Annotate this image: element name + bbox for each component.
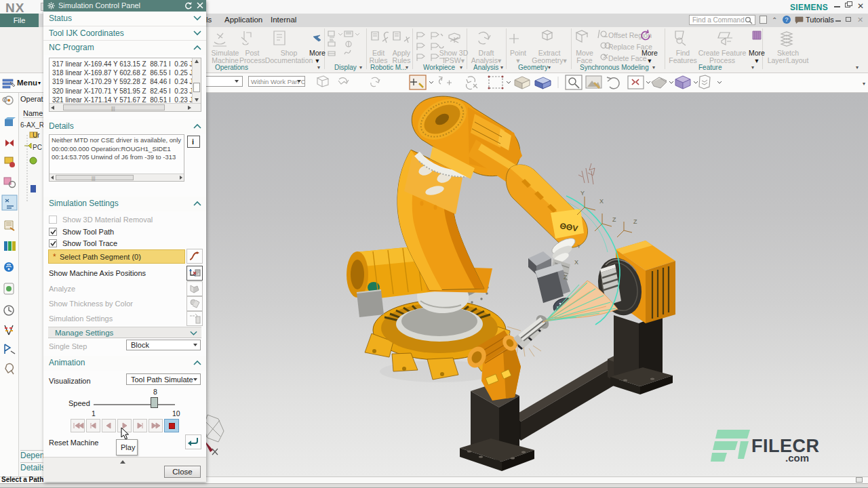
svg-text:X: X <box>599 198 604 205</box>
svg-text:Z: Z <box>612 216 616 223</box>
svg-text:Z: Z <box>564 274 568 281</box>
svg-text:Y: Y <box>580 190 585 197</box>
svg-text:X: X <box>574 259 578 266</box>
svg-text:Z: Z <box>633 218 637 225</box>
svg-text:Y: Y <box>577 243 581 249</box>
